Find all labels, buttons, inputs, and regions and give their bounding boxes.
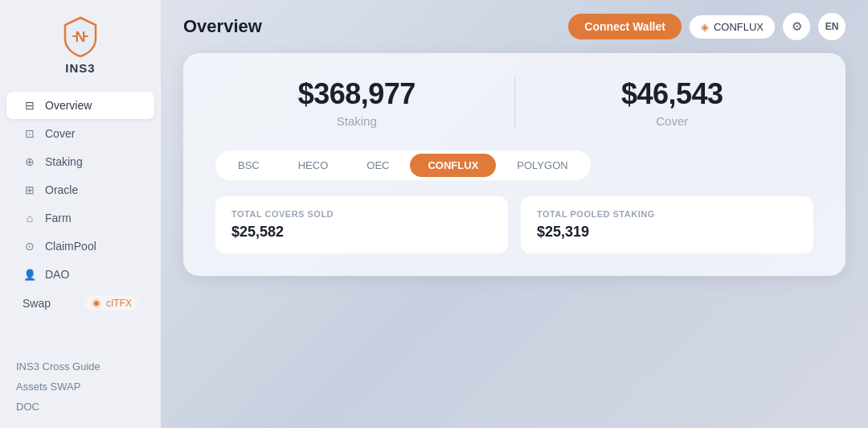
ins3-logo-icon: N bbox=[59, 14, 102, 58]
connect-wallet-button[interactable]: Connect Wallet bbox=[568, 14, 682, 39]
overview-card: $368,977 Staking $46,543 Cover BSC HECO … bbox=[183, 53, 845, 276]
sidebar-item-label: Farm bbox=[45, 212, 72, 224]
tab-polygon[interactable]: POLYGON bbox=[499, 154, 585, 177]
sidebar-item-cover[interactable]: ⊡ Cover bbox=[6, 120, 154, 147]
logo-text: INS3 bbox=[65, 61, 95, 75]
logo-area: N INS3 bbox=[0, 0, 161, 86]
total-covers-sold-card: TOTAL COVERS SOLD $25,582 bbox=[215, 196, 508, 253]
staking-label: Staking bbox=[215, 114, 498, 128]
cover-stat: $46,543 Cover bbox=[531, 77, 814, 128]
citfx-icon bbox=[91, 298, 102, 309]
total-covers-sold-value: $25,582 bbox=[231, 224, 492, 241]
ins3-cross-guide-link[interactable]: INS3 Cross Guide bbox=[16, 358, 145, 375]
sidebar-item-label: DAO bbox=[45, 268, 69, 281]
cover-icon: ⊡ bbox=[23, 127, 37, 140]
network-selector-button[interactable]: ◈ CONFLUX bbox=[690, 15, 775, 39]
tab-bsc[interactable]: BSC bbox=[220, 154, 277, 177]
swap-badge: cITFX bbox=[84, 296, 138, 311]
cover-label: Cover bbox=[531, 114, 814, 128]
staking-icon: ⊕ bbox=[23, 155, 37, 168]
total-pooled-staking-label: TOTAL POOLED STAKING bbox=[537, 209, 797, 219]
stats-row: $368,977 Staking $46,543 Cover bbox=[215, 77, 813, 128]
total-pooled-staking-value: $25,319 bbox=[537, 224, 797, 241]
language-label: EN bbox=[825, 21, 839, 32]
cover-value: $46,543 bbox=[531, 77, 814, 111]
sidebar-item-swap[interactable]: Swap cITFX bbox=[6, 289, 154, 318]
dao-icon: 👤 bbox=[23, 269, 37, 281]
sidebar-item-label: Cover bbox=[45, 127, 75, 140]
nav-list: ⊟ Overview ⊡ Cover ⊕ Staking ⊞ Oracle ⌂ … bbox=[0, 86, 161, 350]
header: Overview Connect Wallet ◈ CONFLUX ⚙ EN bbox=[161, 0, 868, 53]
tab-oec[interactable]: OEC bbox=[349, 154, 407, 177]
settings-icon: ⚙ bbox=[792, 19, 802, 34]
total-covers-sold-label: TOTAL COVERS SOLD bbox=[231, 209, 492, 219]
claimpool-icon: ⊙ bbox=[23, 240, 37, 253]
sidebar-footer: INS3 Cross Guide Assets SWAP DOC bbox=[0, 350, 161, 428]
network-tabs: BSC HECO OEC CONFLUX POLYGON bbox=[215, 150, 591, 180]
sidebar-item-overview[interactable]: ⊟ Overview bbox=[6, 92, 154, 119]
total-pooled-staking-card: TOTAL POOLED STAKING $25,319 bbox=[521, 196, 813, 253]
doc-link[interactable]: DOC bbox=[16, 398, 145, 415]
sidebar-item-label: ClaimPool bbox=[45, 240, 96, 253]
farm-icon: ⌂ bbox=[23, 212, 37, 224]
swap-badge-text: cITFX bbox=[106, 298, 132, 309]
staking-stat: $368,977 Staking bbox=[215, 77, 498, 128]
conflux-icon: ◈ bbox=[701, 21, 709, 33]
assets-swap-link[interactable]: Assets SWAP bbox=[16, 378, 145, 395]
sidebar-item-oracle[interactable]: ⊞ Oracle bbox=[6, 176, 154, 204]
data-cards: TOTAL COVERS SOLD $25,582 TOTAL POOLED S… bbox=[215, 196, 813, 253]
sidebar-item-label: Overview bbox=[45, 99, 92, 112]
swap-label: Swap bbox=[23, 297, 51, 310]
overview-icon: ⊟ bbox=[23, 99, 37, 112]
sidebar: N INS3 ⊟ Overview ⊡ Cover ⊕ Staking ⊞ Or… bbox=[0, 0, 161, 428]
sidebar-item-dao[interactable]: 👤 DAO bbox=[6, 261, 154, 288]
sidebar-item-label: Oracle bbox=[45, 183, 78, 196]
svg-text:N: N bbox=[76, 29, 86, 45]
main-content: Overview Connect Wallet ◈ CONFLUX ⚙ EN $… bbox=[161, 0, 868, 428]
sidebar-item-claimpool[interactable]: ⊙ ClaimPool bbox=[6, 233, 154, 260]
sidebar-item-farm[interactable]: ⌂ Farm bbox=[6, 204, 154, 232]
svg-point-4 bbox=[94, 301, 99, 306]
header-actions: Connect Wallet ◈ CONFLUX ⚙ EN bbox=[568, 13, 845, 40]
network-label: CONFLUX bbox=[714, 21, 764, 33]
language-button[interactable]: EN bbox=[818, 13, 845, 40]
settings-button[interactable]: ⚙ bbox=[783, 13, 810, 40]
stats-divider bbox=[514, 77, 515, 128]
oracle-icon: ⊞ bbox=[23, 183, 37, 196]
staking-value: $368,977 bbox=[215, 77, 498, 111]
sidebar-item-staking[interactable]: ⊕ Staking bbox=[6, 148, 154, 175]
page-title: Overview bbox=[183, 16, 262, 37]
sidebar-item-label: Staking bbox=[45, 155, 83, 168]
tab-heco[interactable]: HECO bbox=[280, 154, 346, 177]
tab-conflux[interactable]: CONFLUX bbox=[410, 154, 496, 177]
